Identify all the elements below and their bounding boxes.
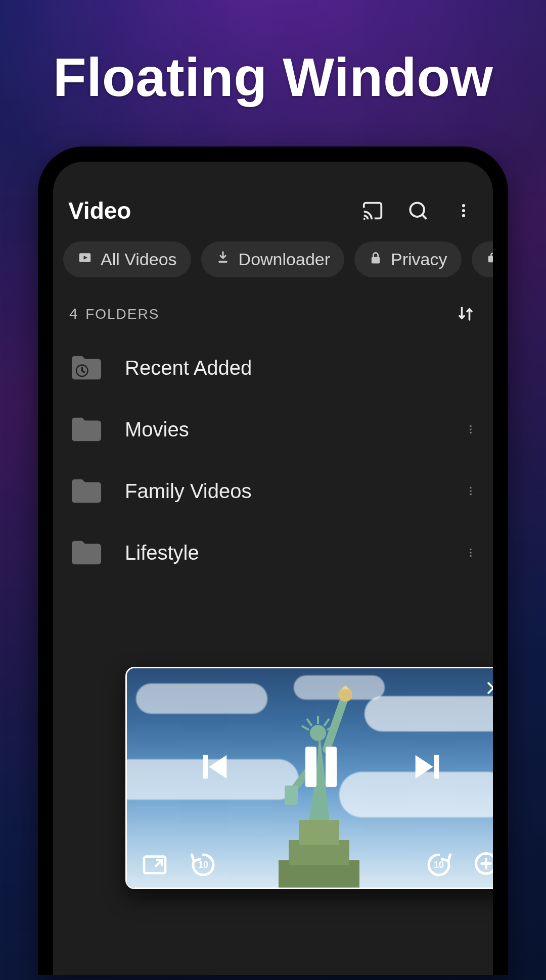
svg-rect-8 (218, 261, 228, 263)
chip-privacy[interactable]: Privacy (354, 241, 461, 277)
row-more-icon[interactable] (461, 419, 481, 439)
player-overlay: 10 10 (127, 668, 493, 888)
svg-marker-36 (209, 755, 226, 779)
player-bottom-controls: 10 10 (127, 849, 493, 880)
appbar-actions (359, 198, 480, 224)
fullscreen-button[interactable] (139, 849, 170, 880)
folders-label: FOLDERS (85, 306, 159, 322)
list-item[interactable]: Family Videos (65, 460, 484, 522)
chip-all-videos[interactable]: All Videos (63, 241, 191, 277)
svg-point-21 (470, 555, 472, 557)
close-icon[interactable] (483, 677, 493, 699)
row-more-icon[interactable] (461, 481, 481, 501)
sort-icon[interactable] (452, 301, 479, 327)
svg-point-5 (462, 214, 465, 217)
phone-frame: Video (38, 146, 508, 975)
lock-icon (369, 250, 383, 269)
pause-button[interactable] (298, 744, 344, 790)
svg-point-17 (470, 490, 472, 492)
folders-count-label: 4 FOLDERS (69, 305, 159, 322)
more-vert-icon[interactable] (450, 198, 477, 224)
folder-icon (68, 415, 105, 444)
rewind-label: 10 (198, 860, 208, 870)
folders-section-header: 4 FOLDERS (53, 277, 493, 334)
forward-label: 10 (434, 860, 444, 870)
svg-point-18 (470, 494, 472, 496)
svg-point-14 (470, 428, 472, 430)
svg-rect-10 (488, 256, 493, 262)
app-bar: Video (53, 162, 493, 235)
folders-list: Recent Added Movies Family Videos (53, 334, 493, 583)
chip-label: Privacy (391, 250, 447, 269)
folder-name: Movies (125, 418, 440, 441)
svg-rect-9 (372, 257, 380, 264)
folder-name: Lifestyle (125, 542, 440, 564)
folder-icon (68, 538, 105, 567)
page-title: Floating Window (0, 0, 546, 109)
floating-player[interactable]: 10 10 (125, 667, 493, 889)
rewind-10-button[interactable]: 10 (188, 849, 219, 880)
chip-downloader[interactable]: Downloader (201, 241, 344, 277)
folder-name: Recent Added (125, 357, 481, 379)
folder-clock-icon (68, 353, 105, 382)
svg-point-16 (470, 487, 472, 489)
chip-more[interactable] (472, 241, 493, 277)
svg-line-2 (422, 215, 426, 219)
play-rect-icon (77, 250, 93, 269)
previous-button[interactable] (192, 744, 238, 790)
row-more-icon[interactable] (461, 543, 481, 563)
folder-icon (68, 476, 105, 506)
next-button[interactable] (404, 744, 450, 790)
svg-point-13 (470, 425, 472, 427)
list-item[interactable]: Movies (65, 399, 484, 460)
chip-label: Downloader (239, 250, 330, 269)
folder-name: Family Videos (125, 480, 440, 503)
pause-icon (305, 747, 337, 787)
player-main-controls (127, 744, 493, 790)
folders-count: 4 (69, 305, 78, 322)
zoom-in-button[interactable] (472, 849, 493, 880)
list-item[interactable]: Lifestyle (65, 522, 484, 583)
svg-point-1 (410, 203, 424, 217)
svg-marker-37 (416, 755, 433, 779)
briefcase-icon (486, 250, 493, 269)
svg-point-20 (470, 552, 472, 554)
svg-rect-35 (203, 755, 208, 779)
search-icon[interactable] (405, 198, 431, 224)
list-item[interactable]: Recent Added (65, 337, 484, 399)
filter-chips: All Videos Downloader Privacy (53, 235, 493, 277)
svg-point-4 (462, 209, 465, 212)
svg-rect-38 (434, 755, 439, 779)
svg-point-15 (470, 432, 472, 434)
forward-10-button[interactable]: 10 (423, 849, 454, 880)
cast-icon[interactable] (359, 198, 386, 224)
svg-point-19 (470, 549, 472, 551)
svg-point-0 (363, 218, 366, 220)
download-icon (215, 250, 231, 269)
chip-label: All Videos (101, 250, 177, 269)
phone-screen: Video (53, 162, 493, 975)
svg-point-3 (462, 204, 465, 207)
appbar-title: Video (68, 197, 359, 224)
